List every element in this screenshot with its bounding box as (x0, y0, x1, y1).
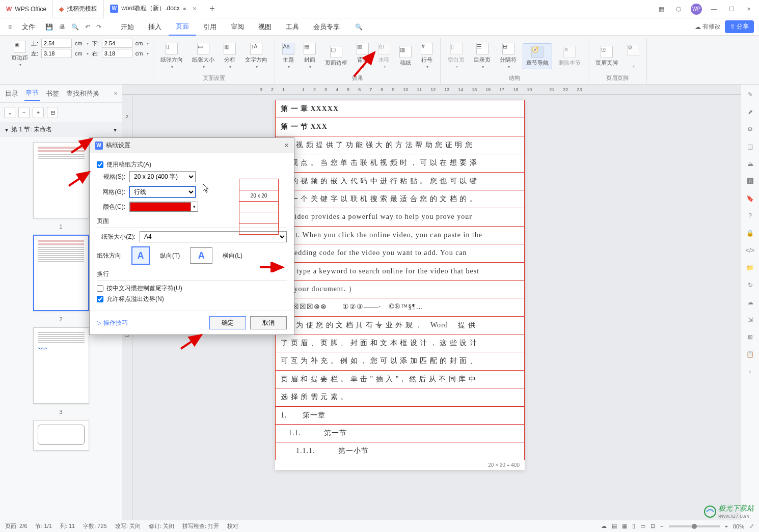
app-grid-icon[interactable]: ▦ (656, 4, 666, 14)
print-icon[interactable]: 🖶 (56, 23, 68, 31)
menu-start[interactable]: 开始 (114, 18, 141, 36)
zoom-out-button[interactable]: − (660, 523, 663, 529)
orientation-button[interactable]: ▯纸张方向▾ (157, 41, 186, 71)
blank-page-button[interactable]: ▯空白页▾ (445, 41, 468, 71)
close-window-icon[interactable]: × (744, 4, 754, 14)
clipboard-icon[interactable]: 📋 (745, 349, 755, 359)
maximize-icon[interactable]: ☐ (726, 4, 737, 14)
cloud-sync-icon[interactable]: ☁ (601, 523, 607, 529)
menu-view[interactable]: 视图 (251, 18, 279, 36)
margin-right-input[interactable] (102, 49, 132, 58)
landscape-button[interactable]: A (190, 247, 212, 264)
menu-page[interactable]: 页面 (169, 18, 196, 36)
text-direction-button[interactable]: ↕A文字方向▾ (242, 41, 270, 71)
expand-icon[interactable]: ⤢ (749, 523, 754, 529)
dropdown-arrow-icon[interactable]: ▾ (191, 204, 198, 209)
avatar[interactable]: WP (691, 4, 702, 15)
view-mode-icon[interactable]: ▦ (622, 523, 627, 529)
has-changes-indicator[interactable]: ☁ 有修改 (695, 22, 721, 31)
overflow-checkbox[interactable] (97, 296, 103, 302)
close-panel-icon[interactable]: × (114, 90, 118, 97)
color-swatch[interactable] (130, 202, 191, 211)
ok-button[interactable]: 确定 (209, 316, 246, 329)
status-word-count[interactable]: 字数: 725 (83, 522, 106, 530)
separator-button[interactable]: ⊟分隔符▾ (497, 41, 520, 71)
view-mode-icon[interactable]: ▤ (612, 523, 617, 529)
menu-tools[interactable]: 工具 (279, 18, 306, 36)
menu-review[interactable]: 审阅 (224, 18, 251, 36)
cancel-button[interactable]: 取消 (250, 316, 287, 329)
status-column[interactable]: 列: 11 (60, 522, 75, 530)
view-mode-icon[interactable]: ▭ (640, 523, 645, 529)
settings-sliders-icon[interactable]: ⚙ (745, 124, 755, 134)
tips-link[interactable]: ▷ 操作技巧 (97, 319, 128, 327)
minimize-icon[interactable]: — (709, 4, 719, 14)
fit-icon[interactable]: ⊡ (650, 523, 655, 529)
watermark-button[interactable]: 印水印▾ (375, 41, 393, 71)
margin-bottom-input[interactable] (102, 39, 132, 48)
add-tab-button[interactable]: + (203, 4, 221, 14)
header-footer-button[interactable]: ⊡页眉页脚 (592, 44, 621, 69)
use-writing-paper-checkbox[interactable] (97, 161, 103, 168)
mountain-icon[interactable]: ⛰ (745, 159, 755, 169)
view-mode-icon[interactable]: ▯ (632, 523, 635, 529)
help-icon[interactable]: ? (745, 211, 755, 221)
collapse-button[interactable]: ⌄ (4, 107, 15, 118)
redo-icon[interactable]: ↷ (93, 23, 104, 31)
export-icon[interactable]: ⇲ (745, 315, 755, 325)
status-proof[interactable]: 校对 (227, 522, 238, 530)
menu-insert[interactable]: 插入 (141, 18, 169, 36)
portrait-button[interactable]: A (131, 246, 150, 265)
cursor-icon[interactable]: ⬈ (745, 107, 755, 117)
paper-size-button[interactable]: ▭纸张大小▾ (189, 41, 218, 71)
status-track-changes[interactable]: 改写: 关闭 (115, 522, 141, 530)
save-icon[interactable]: 💾 (42, 23, 56, 31)
margin-left-input[interactable] (41, 49, 72, 58)
menu-reference[interactable]: 引用 (196, 18, 224, 36)
page-border-button[interactable]: ▢页面边框 (322, 44, 350, 69)
boxed-x-icon[interactable]: ⊠ (745, 332, 755, 342)
thumbnail-page-2[interactable] (33, 235, 89, 311)
delete-section-button[interactable]: ✕删除本节 (555, 44, 584, 69)
margins-button[interactable]: ▣ 页边距▾ (8, 39, 31, 69)
document-page[interactable]: 第 一 章 XXXXX 第 一 节 XXX 视 频 提 供 了 功 能 强 大 … (275, 100, 525, 470)
margin-top-input[interactable] (41, 39, 72, 48)
grid-select[interactable]: 行线 (129, 186, 196, 198)
hamburger-icon[interactable]: ≡ (5, 23, 15, 31)
undo-icon[interactable]: ↶ (82, 23, 93, 31)
toc-page-button[interactable]: ☰目录页▾ (471, 41, 494, 71)
search-icon[interactable]: 🔍 (352, 23, 366, 31)
left-tab-chapters[interactable]: 章节 (24, 87, 40, 101)
status-page[interactable]: 页面: 2/6 (5, 522, 27, 530)
spec-select[interactable]: 20 x 20 (400 字) (129, 171, 196, 182)
merge-button[interactable]: ⊟ (47, 107, 58, 118)
cube-icon[interactable]: ⬡ (673, 4, 684, 14)
tab-template[interactable]: ◈ 找稻壳模板 (53, 0, 104, 18)
close-icon[interactable]: × (284, 141, 289, 150)
shapes-icon[interactable]: ◫ (745, 142, 755, 152)
line-number-button[interactable]: #行号▾ (418, 41, 436, 71)
left-tab-bookmarks[interactable]: 书签 (45, 87, 60, 100)
zoom-in-button[interactable]: + (725, 523, 728, 529)
columns-button[interactable]: ▥分栏▾ (221, 41, 239, 71)
close-icon[interactable]: × (193, 5, 197, 13)
cloud-sync-icon[interactable]: ☁ (745, 297, 755, 307)
print-preview-icon[interactable]: 🔍 (68, 23, 82, 31)
folder-icon[interactable]: 📁 (745, 263, 755, 273)
tab-document[interactable]: W word教程（新）.docx ● × (104, 0, 203, 18)
bookmark-icon[interactable]: 🔖 (745, 193, 755, 204)
status-section[interactable]: 节: 1/1 (35, 522, 51, 530)
thumbnail-page-4[interactable] (33, 420, 89, 451)
thumbnail-page-3[interactable]: 〰 (33, 327, 89, 404)
remove-button[interactable]: − (18, 107, 30, 118)
pencil-icon[interactable]: ✎ (745, 90, 755, 100)
zoom-slider[interactable] (669, 525, 720, 527)
translate-icon[interactable]: 🅰 (745, 176, 755, 186)
cover-button[interactable]: ▤封面▾ (301, 41, 319, 71)
status-revisions[interactable]: 修订: 关闭 (149, 522, 174, 530)
theme-button[interactable]: Aa主题▾ (279, 41, 297, 71)
writing-paper-button[interactable]: ▥稿纸 (396, 44, 415, 69)
add-button[interactable]: + (33, 107, 44, 118)
share-button[interactable]: ⇧ 分享 (725, 20, 754, 33)
code-icon[interactable]: </> (745, 245, 755, 256)
